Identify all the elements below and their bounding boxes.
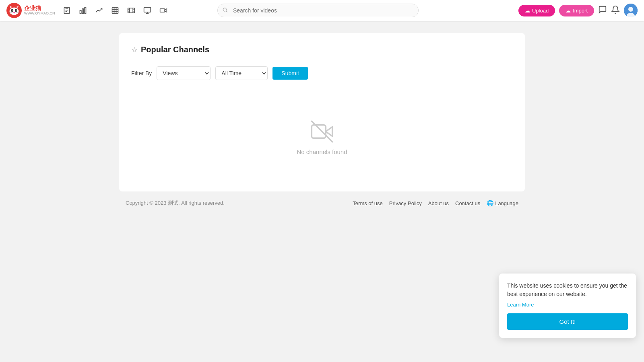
svg-marker-44 [326,127,332,136]
screen-icon[interactable] [143,6,151,14]
logo-text: 企业猫 WWW.QYMAO.CN [24,5,55,15]
cookie-banner: This website uses cookies to ensure you … [499,274,636,338]
video-camera-icon[interactable] [159,6,167,14]
notifications-icon[interactable] [611,5,620,16]
search-input[interactable] [217,4,419,17]
search-bar [217,4,419,17]
svg-point-7 [15,9,17,12]
navbar: 企业猫 WWW.QYMAO.CN [0,0,644,21]
page-title: Popular Channels [141,45,209,54]
upload-button[interactable]: ☁ Upload [518,5,555,16]
contact-link[interactable]: Contact us [455,200,480,206]
svg-rect-21 [85,8,86,14]
empty-message: No channels found [297,148,347,155]
svg-rect-20 [82,9,83,14]
globe-icon: 🌐 [487,200,493,206]
main-content: ☆ Popular Channels Filter By Views Subsc… [113,33,531,219]
svg-line-40 [226,11,227,12]
footer-links: Terms of use Privacy Policy About us Con… [353,200,518,206]
star-icon: ☆ [131,45,138,54]
privacy-link[interactable]: Privacy Policy [389,200,422,206]
about-link[interactable]: About us [428,200,449,206]
svg-rect-27 [128,8,135,13]
svg-point-9 [16,10,17,10]
document-icon[interactable] [63,6,71,14]
svg-point-1 [10,7,19,15]
no-video-icon [311,120,333,143]
svg-rect-45 [312,125,326,138]
nav-icons [63,6,167,14]
svg-point-10 [13,12,15,13]
svg-marker-38 [165,9,167,12]
svg-rect-22 [112,8,118,14]
trend-icon[interactable] [95,6,103,14]
import-button[interactable]: ☁ Import [559,5,594,16]
import-cloud-icon: ☁ [566,8,571,14]
terms-link[interactable]: Terms of use [353,200,382,206]
svg-rect-19 [80,10,81,14]
popular-channels-card: ☆ Popular Channels Filter By Views Subsc… [119,33,525,191]
filter-label: Filter By [131,70,152,76]
svg-point-39 [223,8,226,11]
nav-right: ☁ Upload ☁ Import [518,4,638,17]
table-icon[interactable] [111,6,119,14]
logo[interactable]: 企业猫 WWW.QYMAO.CN [6,3,59,18]
svg-point-42 [628,7,633,12]
messages-icon[interactable] [598,5,607,16]
footer: Copyright © 2023 测试. All rights reserved… [119,200,525,219]
svg-point-6 [11,9,13,12]
svg-rect-37 [160,9,165,12]
film-icon[interactable] [127,6,135,14]
search-icon [222,7,228,14]
cookie-message: This website uses cookies to ensure you … [507,282,628,298]
upload-cloud-icon: ☁ [525,8,530,14]
card-header: ☆ Popular Channels [131,45,513,54]
learn-more-link[interactable]: Learn More [507,302,628,308]
got-it-button[interactable]: Got It! [507,313,628,330]
empty-state: No channels found [131,96,513,179]
filter-row: Filter By Views Subscribers Videos All T… [131,66,513,80]
submit-button[interactable]: Submit [272,67,308,80]
avatar[interactable] [624,4,638,17]
svg-point-8 [12,10,13,10]
copyright: Copyright © 2023 测试. All rights reserved… [126,200,225,207]
time-select[interactable]: All Time This Week This Month This Year [215,66,268,80]
svg-rect-34 [144,8,151,12]
chart-bar-icon[interactable] [79,6,87,14]
language-link[interactable]: 🌐 Language [487,200,518,206]
logo-icon [6,3,22,18]
filter-by-select[interactable]: Views Subscribers Videos [157,66,211,80]
